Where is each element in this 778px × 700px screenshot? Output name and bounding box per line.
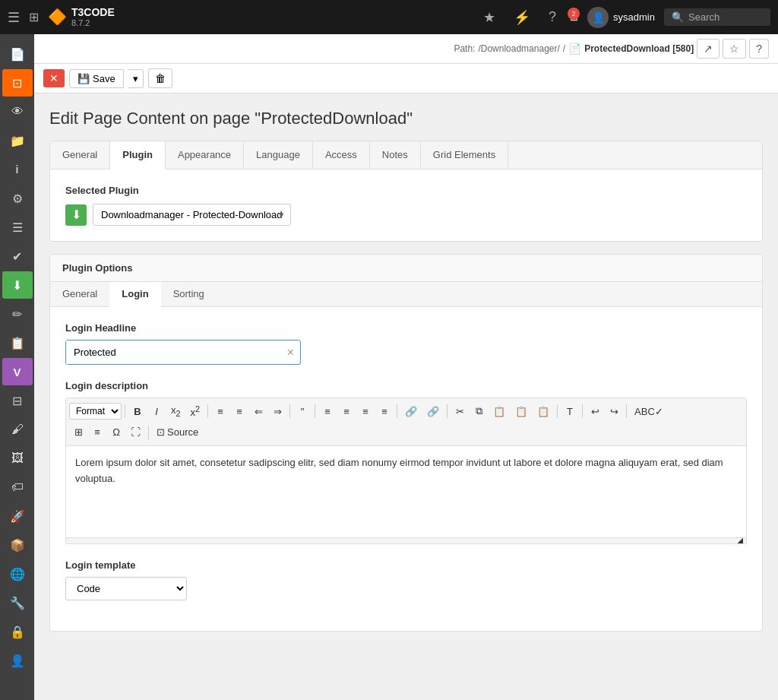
rte-sep-2 <box>207 404 208 418</box>
brand-version: 8.7.2 <box>71 18 115 28</box>
login-description-label: Login description <box>65 380 747 391</box>
sidebar-item-check[interactable]: ✔ <box>2 242 33 270</box>
rte-link-button[interactable]: 🔗 <box>400 403 422 420</box>
star-icon[interactable]: ★ <box>479 9 500 26</box>
notification-badge: 2 <box>568 8 580 20</box>
rte-align-right-button[interactable]: ≡ <box>356 403 375 420</box>
rte-paste-button[interactable]: 📋 <box>489 403 510 420</box>
external-link-button[interactable]: ↗ <box>697 39 719 59</box>
hamburger-icon[interactable]: ☰ <box>8 9 20 26</box>
tab-notes[interactable]: Notes <box>370 141 421 169</box>
sidebar-item-user[interactable]: 👤 <box>2 647 33 674</box>
breadcrumb-separator: / <box>563 43 565 54</box>
list-icon[interactable]: ⊞ <box>29 10 39 24</box>
rte-list-style-button[interactable]: ≡ <box>88 423 106 441</box>
sidebar-item-list2[interactable]: ⊟ <box>2 387 33 414</box>
rte-sep-6 <box>447 404 448 418</box>
help-button[interactable]: ? <box>749 39 769 59</box>
main-tabs: General Plugin Appearance Language Acces… <box>50 141 762 169</box>
rte-paste-word-button[interactable]: 📋 <box>533 403 554 420</box>
sidebar-item-page[interactable]: 📄 <box>2 40 33 68</box>
sidebar-item-download[interactable]: ⬇ <box>2 271 33 299</box>
rte-body[interactable]: Lorem ipsum dolor sit amet, consetetur s… <box>66 446 746 537</box>
rte-resize-handle[interactable]: ◢ <box>66 537 746 543</box>
save-dropdown-button[interactable]: ▾ <box>128 69 144 88</box>
rte-superscript-button[interactable]: x2 <box>186 401 205 421</box>
breadcrumb-actions: ↗ ☆ ? <box>697 39 769 59</box>
rte-ul-button[interactable]: ≡ <box>230 403 248 420</box>
plugin-select-wrapper: ⬇ Downloadmanager - Protected-Download ▾ <box>65 204 747 226</box>
tab-plugin[interactable]: Plugin <box>110 141 166 169</box>
sidebar-item-globe[interactable]: 🌐 <box>2 560 33 588</box>
sidebar-item-files[interactable]: 📁 <box>2 127 33 154</box>
sidebar-item-rocket[interactable]: 🚀 <box>2 502 33 530</box>
delete-button[interactable]: 🗑 <box>148 68 172 88</box>
rte-italic-button[interactable]: I <box>147 403 166 420</box>
sidebar-item-extensions[interactable]: ⚙ <box>2 185 33 212</box>
rte-redo-button[interactable]: ↪ <box>605 403 623 420</box>
sidebar-item-view[interactable]: 👁 <box>2 98 33 125</box>
breadcrumb-path-link[interactable]: /Downloadmanager/ <box>478 43 559 54</box>
rte-table-button[interactable]: ⊞ <box>69 423 87 441</box>
sidebar-item-box[interactable]: 📦 <box>2 531 33 559</box>
sidebar-item-image[interactable]: 🖼 <box>2 445 33 472</box>
bolt-icon[interactable]: ⚡ <box>509 9 535 26</box>
rte-align-center-button[interactable]: ≡ <box>337 403 356 420</box>
login-headline-clear-button[interactable]: × <box>281 343 300 363</box>
brand-name: T3CODE <box>71 6 115 19</box>
tab-language[interactable]: Language <box>244 141 313 169</box>
sidebar-item-clipboard[interactable]: 📋 <box>2 329 33 356</box>
login-template-select[interactable]: Code <box>65 577 187 600</box>
help-icon[interactable]: ? <box>544 9 561 25</box>
login-headline-input[interactable] <box>66 340 281 364</box>
rte-cut-button[interactable]: ✂ <box>451 403 469 420</box>
rte-align-justify-button[interactable]: ≡ <box>375 403 394 420</box>
rte-indent-inc-button[interactable]: ⇒ <box>268 403 286 420</box>
rte-undo-button[interactable]: ↩ <box>586 403 604 420</box>
favorite-button[interactable]: ☆ <box>723 39 746 59</box>
sidebar-item-edit[interactable]: ✏ <box>2 300 33 328</box>
selected-plugin-label: Selected Plugin <box>65 185 747 196</box>
rte-source-button[interactable]: ⊡Source <box>152 423 203 441</box>
rte-paste-text-button[interactable]: 📋 <box>511 403 532 420</box>
plugin-options-section: Plugin Options General Login Sorting Log… <box>49 254 763 632</box>
search-icon: 🔍 <box>672 11 684 23</box>
monitor-notif-icon[interactable]: ⊡ 2 <box>570 11 578 23</box>
tab-grid-elements[interactable]: Grid Elements <box>421 141 508 169</box>
rte-ol-button[interactable]: ≡ <box>211 403 229 420</box>
sidebar-item-content[interactable]: ⊡ <box>2 69 33 97</box>
sidebar-item-lock[interactable]: 🔒 <box>2 618 33 645</box>
close-button[interactable]: ✕ <box>43 69 65 87</box>
plugin-select[interactable]: Downloadmanager - Protected-Download <box>93 204 291 226</box>
rte-fullscreen-button[interactable]: ⛶ <box>126 423 145 441</box>
rte-align-left-button[interactable]: ≡ <box>318 403 337 420</box>
rte-sep-1 <box>125 404 125 418</box>
rte-subscript-button[interactable]: x2 <box>166 401 185 421</box>
rte-unlink-button[interactable]: 🔗 <box>422 403 444 420</box>
sidebar-item-info[interactable]: i <box>2 156 33 183</box>
rte-format-select[interactable]: Format <box>69 403 122 420</box>
tab-general[interactable]: General <box>50 141 110 169</box>
sidebar-item-tag[interactable]: 🏷 <box>2 474 33 501</box>
rte-omega-button[interactable]: Ω <box>107 423 125 441</box>
sidebar-item-v[interactable]: V <box>2 358 33 385</box>
search-bar[interactable]: 🔍 Search <box>664 8 770 26</box>
tab-access[interactable]: Access <box>313 141 370 169</box>
plugin-tab-login[interactable]: Login <box>109 282 160 307</box>
rte-blockquote-button[interactable]: " <box>293 403 312 420</box>
sidebar-item-list[interactable]: ☰ <box>2 214 33 241</box>
plugin-tab-general[interactable]: General <box>50 282 109 306</box>
rte-copy-button[interactable]: ⧉ <box>470 402 488 420</box>
rte-indent-dec-button[interactable]: ⇐ <box>249 403 267 420</box>
user-menu[interactable]: 👤 sysadmin <box>587 7 655 28</box>
sidebar-item-wrench[interactable]: 🔧 <box>2 589 33 616</box>
rte-bold-button[interactable]: B <box>128 403 147 420</box>
rte-sep-9 <box>626 404 627 418</box>
plugin-tab-sorting[interactable]: Sorting <box>161 282 217 306</box>
save-button[interactable]: 💾 Save <box>69 69 124 88</box>
rte-spellcheck-button[interactable]: ABC✓ <box>630 403 668 420</box>
rte-sep-3 <box>289 404 290 418</box>
sidebar-item-brush[interactable]: 🖌 <box>2 416 33 443</box>
tab-appearance[interactable]: Appearance <box>166 141 244 169</box>
rte-clear-format-button[interactable]: T <box>561 403 579 420</box>
